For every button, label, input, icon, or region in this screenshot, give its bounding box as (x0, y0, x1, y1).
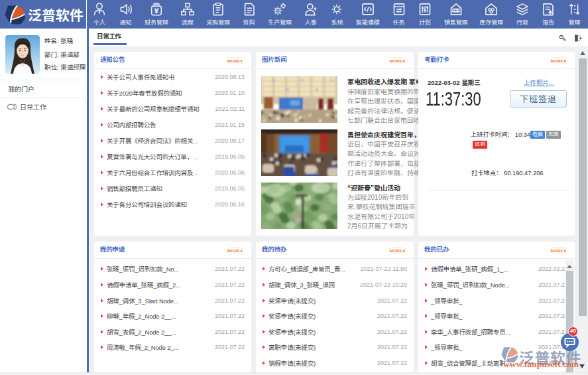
svg-text:SALE: SALE (452, 9, 460, 12)
